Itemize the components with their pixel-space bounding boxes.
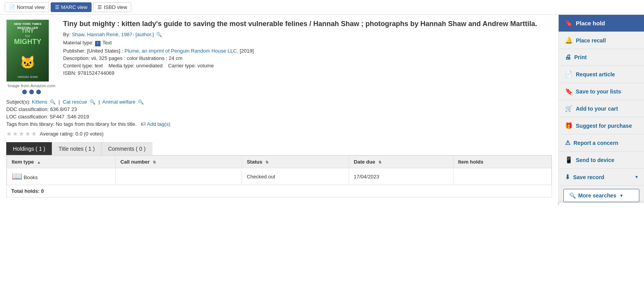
- print-action[interactable]: 🖨 Print: [559, 49, 644, 66]
- more-searches-btn[interactable]: 🔍 More searches ▾: [563, 189, 639, 202]
- rating-row: ★ ★ ★ ★ ★ Average rating: 0.0 (0 votes): [6, 130, 552, 137]
- book-icon: 📖: [12, 171, 22, 181]
- print-icon: 🖨: [565, 54, 571, 61]
- isbd-view-btn[interactable]: ☰ ISBD view: [93, 2, 131, 12]
- description-row: Description: vii, 325 pages : color illu…: [63, 55, 552, 61]
- request-article-icon: 📄: [565, 70, 573, 78]
- marc-view-btn[interactable]: ☰ MARC view: [51, 2, 92, 12]
- publisher-link[interactable]: Plume, an imprint of Penguin Random Hous…: [125, 48, 238, 54]
- report-concern-icon: ⚠: [565, 139, 570, 146]
- report-concern-action[interactable]: ⚠ Report a concern: [559, 134, 644, 152]
- stars: ★ ★ ★ ★ ★: [6, 130, 37, 137]
- tags-row: Tags from this library: No tags from thi…: [6, 121, 552, 127]
- more-searches-arrow-icon: ▾: [620, 193, 623, 198]
- cover-dots: [6, 90, 57, 94]
- book-cover-image: NEW YORK TIMES BESTSELLER TINY but MIGHT…: [6, 19, 49, 82]
- isbd-icon: ☰: [97, 4, 102, 10]
- isbn-row: ISBN: 9781524744069: [63, 70, 552, 76]
- subject-cat-rescue[interactable]: Cat rescue: [63, 99, 87, 105]
- col-call-number[interactable]: Call number ⇅: [116, 156, 242, 168]
- holdings-tabs: Holdings ( 1 ) Title notes ( 1 ) Comment…: [6, 142, 552, 155]
- total-holds: Total holds: 0: [7, 185, 552, 197]
- save-record-action[interactable]: ⬇ Save record ▾: [559, 169, 644, 186]
- loc-row: LOC classification: SF447 .S46 2019: [6, 114, 552, 120]
- book-info: Tiny but mighty : kitten lady's guide to…: [63, 19, 552, 94]
- save-record-icon: ⬇: [565, 173, 570, 181]
- more-searches-section: 🔍 More searches ▾ Search for this title …: [559, 189, 644, 202]
- col-date-due[interactable]: Date due ⇅: [349, 156, 453, 168]
- content-type-row: Content type: text Media type: unmediate…: [63, 63, 552, 69]
- book-cover-section: NEW YORK TIMES BESTSELLER TINY but MIGHT…: [6, 19, 57, 94]
- subject-kittens[interactable]: Kittens: [32, 99, 48, 105]
- place-hold-action[interactable]: 🔖 Place hold: [559, 15, 644, 32]
- sort-item-type-icon: ▲: [37, 160, 41, 164]
- holdings-header: Item type ▲ Call number ⇅ Status ⇅ Dat: [7, 156, 552, 168]
- col-status[interactable]: Status ⇅: [242, 156, 349, 168]
- marc-icon: ☰: [55, 4, 60, 10]
- kittens-search-icon[interactable]: 🔍: [50, 99, 56, 105]
- cell-item-holds: [453, 168, 551, 185]
- animal-welfare-search-icon[interactable]: 🔍: [138, 99, 144, 105]
- subjects-row: Subject(s): Kittens 🔍 | Cat rescue 🔍 | A…: [6, 99, 552, 105]
- save-to-lists-icon: 🔖: [565, 88, 573, 95]
- tab-comments[interactable]: Comments ( 0 ): [101, 142, 152, 155]
- sort-date-due-icon: ⇅: [378, 160, 381, 164]
- cell-call-number: [116, 168, 242, 185]
- publisher-row: Publisher: [United States] : Plume, an i…: [63, 48, 552, 54]
- sort-call-number-icon: ⇅: [153, 160, 156, 164]
- ddc-row: DDC classification: 636.8/07 23: [6, 106, 552, 112]
- holdings-tab-content: Item type ▲ Call number ⇅ Status ⇅ Dat: [6, 155, 552, 197]
- holdings-table: Item type ▲ Call number ⇅ Status ⇅ Dat: [7, 155, 552, 185]
- book-title: Tiny but mighty : kitten lady's guide to…: [63, 19, 552, 28]
- col-item-holds[interactable]: Item holds: [453, 156, 551, 168]
- cell-date-due: 17/04/2023: [349, 168, 453, 185]
- save-to-lists-action[interactable]: 🔖 Save to your lists: [559, 83, 644, 100]
- book-header: NEW YORK TIMES BESTSELLER TINY but MIGHT…: [6, 19, 552, 94]
- add-to-cart-icon: 🛒: [565, 105, 573, 112]
- suggest-purchase-action[interactable]: 🎁 Suggest for purchase: [559, 117, 644, 134]
- dropdown-header: Search for this title in:: [559, 203, 644, 205]
- add-tags-link[interactable]: Add tag(s): [147, 121, 170, 127]
- cover-caption: Image from Amazon.com: [6, 83, 57, 88]
- material-type-row: Material type: T Text: [63, 40, 552, 46]
- rating-text: Average rating: 0.0 (0 votes): [40, 131, 104, 137]
- place-hold-icon: 🔖: [565, 19, 573, 27]
- more-searches-dropdown: Search for this title in: Other Librarie…: [559, 202, 644, 205]
- content-area: NEW YORK TIMES BESTSELLER TINY but MIGHT…: [0, 15, 558, 205]
- suggest-purchase-icon: 🎁: [565, 122, 573, 129]
- send-to-device-icon: 📱: [565, 156, 573, 164]
- cell-item-type: 📖 Books: [7, 168, 116, 185]
- book-author-row: By: Shaw, Hannah René, 1987- [author.] 🔍: [63, 32, 552, 37]
- author-link[interactable]: Shaw, Hannah René, 1987- [author.]: [72, 32, 154, 37]
- col-item-type[interactable]: Item type ▲: [7, 156, 116, 168]
- sort-status-icon: ⇅: [265, 160, 268, 164]
- holdings-body: 📖 Books Checked out 17/04/2023: [7, 168, 552, 185]
- place-recall-icon: 🔔: [565, 37, 573, 44]
- cell-status: Checked out: [242, 168, 349, 185]
- tab-title-notes[interactable]: Title notes ( 1 ): [52, 142, 101, 155]
- main-layout: NEW YORK TIMES BESTSELLER TINY but MIGHT…: [0, 15, 644, 205]
- cat-rescue-search-icon[interactable]: 🔍: [90, 99, 95, 105]
- place-recall-action[interactable]: 🔔 Place recall: [559, 32, 644, 49]
- add-to-cart-action[interactable]: 🛒 Add to your cart: [559, 100, 644, 117]
- request-article-action[interactable]: 📄 Request article: [559, 66, 644, 83]
- tab-holdings[interactable]: Holdings ( 1 ): [6, 142, 52, 155]
- search-sm-icon: 🔍: [569, 192, 576, 199]
- save-record-arrow-icon: ▾: [635, 174, 638, 180]
- subject-animal-welfare[interactable]: Animal welfare: [102, 99, 136, 105]
- page-icon: 📄: [9, 4, 15, 10]
- send-to-device-action[interactable]: 📱 Send to device: [559, 152, 644, 169]
- view-tabs-bar: 📄 Normal view ☰ MARC view ☰ ISBD view: [0, 0, 644, 15]
- table-row: 📖 Books Checked out 17/04/2023: [7, 168, 552, 185]
- author-search-icon[interactable]: 🔍: [156, 32, 162, 37]
- normal-view-btn[interactable]: 📄 Normal view: [5, 2, 49, 12]
- sidebar: 🔖 Place hold 🔔 Place recall 🖨 Print 📄 Re…: [558, 15, 644, 205]
